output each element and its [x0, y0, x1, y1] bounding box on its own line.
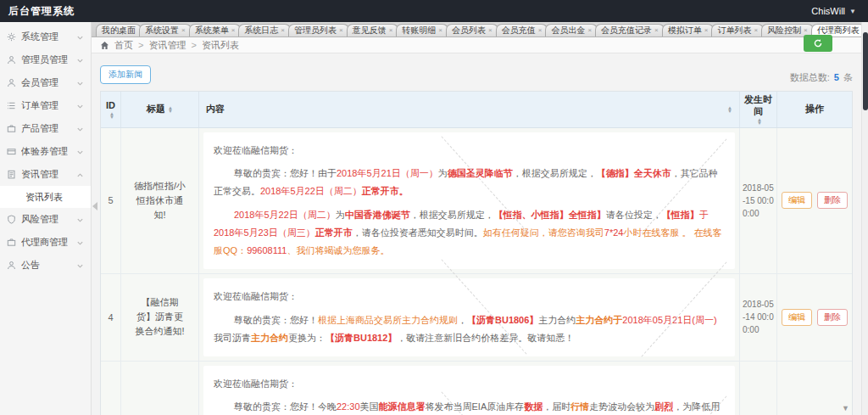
tab-close-icon[interactable]: × [389, 27, 393, 34]
column-label: 发生时间 [743, 94, 773, 118]
news-icon [7, 170, 17, 180]
sidebar-submenu: 资讯列表 [0, 186, 91, 208]
column-label: 标题 [147, 104, 165, 115]
breadcrumb: 首页 > 资讯管理 > 资讯列表 [92, 37, 868, 53]
tab-11[interactable]: 会员充值记录× [595, 24, 665, 36]
admin-icon [7, 55, 17, 65]
sidebar-subitem-news-list[interactable]: 资讯列表 [0, 186, 91, 208]
sidebar-item-5[interactable]: 产品管理 [0, 117, 91, 140]
row-actions: 编辑删除 [777, 362, 852, 415]
column-label: 操作 [805, 104, 824, 115]
vertical-scrollbar[interactable] [861, 22, 868, 415]
sidebar-item-1[interactable]: 系统管理 [0, 25, 91, 48]
content-rich-text: 欢迎莅临融信期货：尊敬的贵宾：您好！今晚22:30美国能源信息署将发布当周EIA… [203, 366, 735, 415]
breadcrumb-home[interactable]: 首页 [114, 39, 133, 52]
content-rich-text: 欢迎莅临融信期货：尊敬的贵宾：您好！由于2018年5月21日（周一）为德国圣灵降… [203, 132, 735, 269]
column-header-title[interactable]: 标题▲▼ [121, 92, 199, 127]
sidebar-item-7[interactable]: 资讯管理 [0, 163, 91, 186]
tab-9[interactable]: 会员充值× [496, 24, 548, 36]
sort-icon[interactable]: ▲▼ [757, 118, 762, 125]
column-header-content[interactable]: 内容▲▼ [199, 92, 740, 127]
member-icon [7, 78, 17, 88]
tab-bar: 我的桌面系统设置×系统菜单×系统日志×管理员列表×意见反馈×转账明细×会员列表×… [92, 22, 868, 37]
edit-button[interactable]: 编辑 [782, 192, 812, 209]
row-title: 【融信期货】沥青更换合约通知! [121, 274, 199, 361]
tab-3[interactable]: 系统菜单× [189, 24, 242, 36]
chevron-down-icon [76, 102, 84, 109]
chevron-down-icon [76, 238, 84, 246]
sidebar-item-8[interactable]: 风险管理 [0, 208, 91, 231]
table-row: 5德指/恒指/小恒指休市通知!欢迎莅临融信期货：尊敬的贵宾：您好！由于2018年… [101, 128, 852, 274]
sidebar-item-label: 产品管理 [21, 122, 58, 135]
home-icon [100, 41, 109, 50]
tab-close-icon[interactable]: × [339, 27, 343, 34]
edit-button[interactable]: 编辑 [782, 309, 812, 326]
breadcrumb-section[interactable]: 资讯管理 [148, 39, 186, 52]
tab-close-icon[interactable]: × [438, 27, 442, 34]
sidebar-item-label: 会员管理 [21, 76, 58, 89]
announce-icon [7, 261, 17, 271]
tab-label: 管理员列表 [294, 25, 337, 36]
risk-icon [7, 215, 17, 225]
tab-close-icon[interactable]: × [804, 27, 808, 34]
sidebar-item-label: 体验券管理 [21, 145, 68, 158]
caret-down-icon: ▼ [842, 404, 849, 412]
sort-icon[interactable]: ▲▼ [109, 112, 114, 119]
add-news-button[interactable]: 添加新闻 [100, 65, 151, 84]
tab-6[interactable]: 意见反馈× [347, 24, 399, 36]
sidebar-item-label: 资讯管理 [21, 168, 58, 181]
tab-label: 风险控制 [767, 25, 801, 36]
tab-10[interactable]: 会员出金× [545, 24, 598, 36]
tab-2[interactable]: 系统设置× [139, 24, 192, 36]
toolbar: 添加新闻 数据总数: 5 条 [100, 65, 853, 84]
sidebar-item-2[interactable]: 管理员管理 [0, 48, 91, 71]
tab-close-icon[interactable]: × [488, 27, 492, 34]
tab-1[interactable]: 我的桌面 [96, 24, 142, 36]
total-unit: 条 [843, 72, 853, 82]
tab-close-icon[interactable]: × [654, 27, 659, 34]
tab-8[interactable]: 会员列表× [446, 24, 498, 36]
tab-label: 意见反馈 [353, 25, 387, 36]
column-header-id[interactable]: ID▲▼ [101, 92, 121, 127]
breadcrumb-separator: > [138, 40, 143, 50]
tab-close-icon[interactable]: × [231, 27, 236, 34]
sort-icon[interactable]: ▲▼ [727, 106, 732, 113]
row-time: 2018-05-14 00:00:00 [740, 362, 777, 415]
tab-5[interactable]: 管理员列表× [288, 24, 349, 36]
tab-13[interactable]: 订单列表× [711, 24, 764, 36]
tab-close-icon[interactable]: × [754, 27, 758, 34]
sidebar-item-9[interactable]: 代理商管理 [0, 231, 91, 254]
sidebar-item-10[interactable]: 公告 [0, 254, 91, 277]
sidebar-item-6[interactable]: 体验券管理 [0, 140, 91, 163]
delete-button[interactable]: 删除 [817, 192, 848, 209]
sidebar-collapse-icon[interactable] [92, 202, 97, 210]
tab-close-icon[interactable]: × [704, 27, 709, 34]
row-title: EIA预警公告/美原油更换合约通知! [121, 362, 199, 415]
tab-close-icon[interactable]: × [587, 27, 592, 34]
column-header-time[interactable]: 发生时间▲▼ [740, 92, 777, 127]
sort-icon[interactable]: ▲▼ [168, 106, 173, 113]
agent-icon [7, 238, 17, 248]
tab-4[interactable]: 系统日志× [238, 24, 291, 36]
coupon-icon [7, 147, 17, 157]
tab-close-icon[interactable]: × [281, 27, 285, 34]
user-name: ChisWill [811, 6, 845, 16]
table-header: ID▲▼标题▲▼内容▲▼发生时间▲▼操作 [101, 92, 852, 128]
tab-close-icon[interactable]: × [181, 27, 186, 34]
delete-button[interactable]: 删除 [817, 309, 848, 326]
scrollbar-thumb[interactable] [863, 32, 868, 110]
news-table: ID▲▼标题▲▼内容▲▼发生时间▲▼操作 5德指/恒指/小恒指休市通知!欢迎莅临… [100, 91, 853, 415]
tab-12[interactable]: 模拟订单× [662, 24, 715, 36]
user-menu[interactable]: ChisWill ▼ [811, 6, 868, 16]
sidebar-item-3[interactable]: 会员管理 [0, 71, 91, 94]
tab-label: 系统日志 [244, 25, 278, 36]
total-value: 5 [832, 72, 841, 82]
refresh-button[interactable] [804, 35, 832, 52]
main-content: 添加新闻 数据总数: 5 条 ID▲▼标题▲▼内容▲▼发生时间▲▼操作 5德指/… [92, 53, 861, 415]
table-row: 3EIA预警公告/美原油更换合约通知!欢迎莅临融信期货：尊敬的贵宾：您好！今晚2… [101, 362, 852, 415]
sidebar-item-4[interactable]: 订单管理 [0, 94, 91, 117]
tab-close-icon[interactable]: × [538, 27, 542, 34]
tab-7[interactable]: 转账明细× [396, 24, 448, 36]
row-content: 欢迎莅临融信期货：尊敬的贵宾：您好！根据上海商品交易所主力合约规则，【沥青BU1… [199, 274, 740, 361]
row-id-cell: 4 [101, 274, 121, 361]
